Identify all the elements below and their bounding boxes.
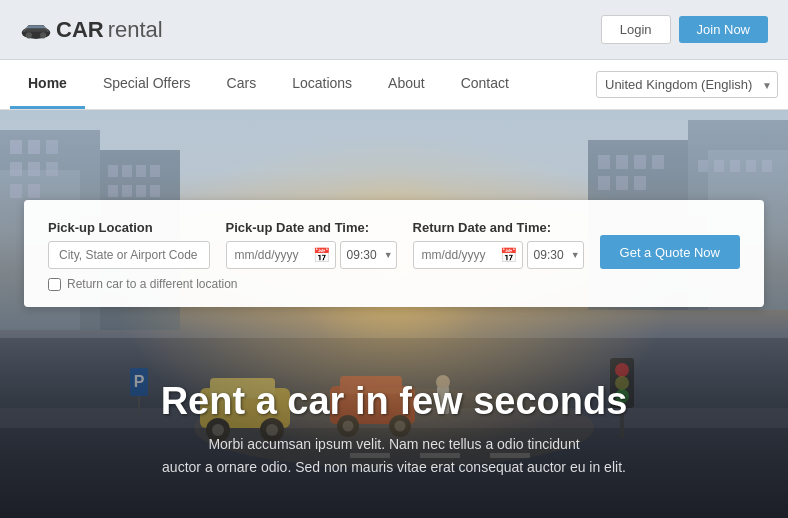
get-quote-button[interactable]: Get a Quote Now xyxy=(600,235,740,269)
pickup-time-select[interactable]: 09:30 10:00 10:30 xyxy=(340,241,397,269)
region-select[interactable]: United Kingdom (English) United States (… xyxy=(596,71,778,98)
return-car-checkbox[interactable] xyxy=(48,278,61,291)
return-date-field: Return Date and Time: 📅 09:30 10:00 10:3… xyxy=(413,220,584,269)
hero-subtitle-line2: auctor a ornare odio. Sed non mauris vit… xyxy=(162,459,626,475)
header-buttons: Login Join Now xyxy=(601,15,768,44)
return-date-row: 📅 09:30 10:00 10:30 ▼ xyxy=(413,241,584,269)
region-selector-wrapper: United Kingdom (English) United States (… xyxy=(596,71,778,98)
login-button[interactable]: Login xyxy=(601,15,671,44)
nav-items: Home Special Offers Cars Locations About… xyxy=(10,60,596,109)
hero-subtitle-line1: Morbi accumsan ipsum velit. Nam nec tell… xyxy=(208,436,579,452)
pickup-location-label: Pick-up Location xyxy=(48,220,210,235)
svg-point-1 xyxy=(26,32,32,38)
nav-item-home[interactable]: Home xyxy=(10,60,85,109)
nav-item-cars[interactable]: Cars xyxy=(209,60,275,109)
return-car-row: Return car to a different location xyxy=(48,277,740,291)
pickup-location-field: Pick-up Location xyxy=(48,220,210,269)
pickup-date-row: 📅 09:30 10:00 10:30 ▼ xyxy=(226,241,397,269)
pickup-date-input-wrap: 📅 xyxy=(226,241,336,269)
search-box: Pick-up Location Pick-up Date and Time: … xyxy=(24,200,764,307)
header: CAR rental Login Join Now xyxy=(0,0,788,60)
nav-item-locations[interactable]: Locations xyxy=(274,60,370,109)
return-car-label[interactable]: Return car to a different location xyxy=(67,277,238,291)
return-date-label: Return Date and Time: xyxy=(413,220,584,235)
hero-section: P Pick-up Location Pick-up Date and Time… xyxy=(0,110,788,518)
return-time-wrapper: 09:30 10:00 10:30 ▼ xyxy=(527,241,584,269)
pickup-date-input[interactable] xyxy=(226,241,336,269)
pickup-location-input[interactable] xyxy=(48,241,210,269)
logo-rental-text: rental xyxy=(108,17,163,43)
pickup-date-label: Pick-up Date and Time: xyxy=(226,220,397,235)
nav-item-special-offers[interactable]: Special Offers xyxy=(85,60,209,109)
logo-car-text: CAR xyxy=(56,17,104,43)
return-date-input[interactable] xyxy=(413,241,523,269)
car-logo-icon xyxy=(20,20,52,40)
pickup-date-field: Pick-up Date and Time: 📅 09:30 10:00 10:… xyxy=(226,220,397,269)
return-date-input-wrap: 📅 xyxy=(413,241,523,269)
pickup-time-wrapper: 09:30 10:00 10:30 ▼ xyxy=(340,241,397,269)
nav-item-about[interactable]: About xyxy=(370,60,443,109)
join-button[interactable]: Join Now xyxy=(679,16,768,43)
return-time-select[interactable]: 09:30 10:00 10:30 xyxy=(527,241,584,269)
hero-subtitle: Morbi accumsan ipsum velit. Nam nec tell… xyxy=(44,433,744,478)
hero-text: Rent a car in few seconds Morbi accumsan… xyxy=(44,380,744,478)
search-row: Pick-up Location Pick-up Date and Time: … xyxy=(48,220,740,269)
logo: CAR rental xyxy=(20,17,163,43)
navbar: Home Special Offers Cars Locations About… xyxy=(0,60,788,110)
nav-item-contact[interactable]: Contact xyxy=(443,60,527,109)
svg-point-2 xyxy=(40,32,46,38)
hero-title: Rent a car in few seconds xyxy=(44,380,744,423)
